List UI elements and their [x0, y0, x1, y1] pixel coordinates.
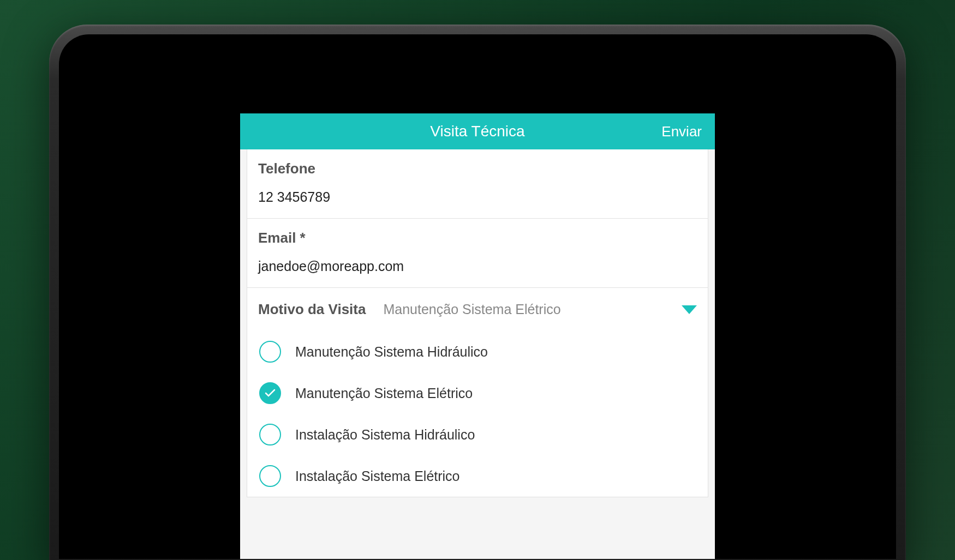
telefone-field[interactable]: Telefone 12 3456789 — [247, 149, 708, 219]
email-value: janedoe@moreapp.com — [258, 258, 697, 274]
option-label: Manutenção Sistema Elétrico — [295, 386, 473, 401]
option-label: Instalação Sistema Elétrico — [295, 468, 460, 484]
email-label: Email * — [258, 230, 697, 246]
option-hidraulico-manut[interactable]: Manutenção Sistema Hidráulico — [247, 331, 708, 372]
motivo-section: Motivo da Visita Manutenção Sistema Elét… — [247, 288, 708, 497]
option-eletrico-inst[interactable]: Instalação Sistema Elétrico — [247, 455, 708, 497]
radio-icon — [259, 424, 281, 445]
radio-icon — [259, 465, 281, 487]
motivo-selected-value: Manutenção Sistema Elétrico — [383, 302, 682, 317]
form-card: Telefone 12 3456789 Email * janedoe@more… — [247, 149, 708, 497]
telefone-label: Telefone — [258, 160, 697, 177]
app-header: Visita Técnica Enviar — [240, 113, 715, 149]
email-field[interactable]: Email * janedoe@moreapp.com — [247, 219, 708, 288]
send-button[interactable]: Enviar — [661, 123, 702, 140]
motivo-select[interactable]: Motivo da Visita Manutenção Sistema Elét… — [247, 288, 708, 331]
chevron-down-icon — [682, 305, 697, 314]
app-title: Visita Técnica — [430, 123, 524, 140]
check-icon — [265, 389, 276, 398]
app-screen: Visita Técnica Enviar Telefone 12 345678… — [240, 113, 715, 559]
tablet-bezel: Visita Técnica Enviar Telefone 12 345678… — [59, 34, 896, 559]
option-label: Instalação Sistema Hidráulico — [295, 427, 475, 443]
radio-icon-selected — [259, 382, 281, 404]
form-container: Telefone 12 3456789 Email * janedoe@more… — [240, 149, 715, 559]
motivo-label: Motivo da Visita — [258, 301, 366, 318]
radio-icon — [259, 341, 281, 363]
option-hidraulico-inst[interactable]: Instalação Sistema Hidráulico — [247, 414, 708, 455]
tablet-frame: Visita Técnica Enviar Telefone 12 345678… — [49, 25, 906, 560]
option-eletrico-manut[interactable]: Manutenção Sistema Elétrico — [247, 372, 708, 414]
telefone-value: 12 3456789 — [258, 189, 697, 205]
option-label: Manutenção Sistema Hidráulico — [295, 344, 488, 360]
